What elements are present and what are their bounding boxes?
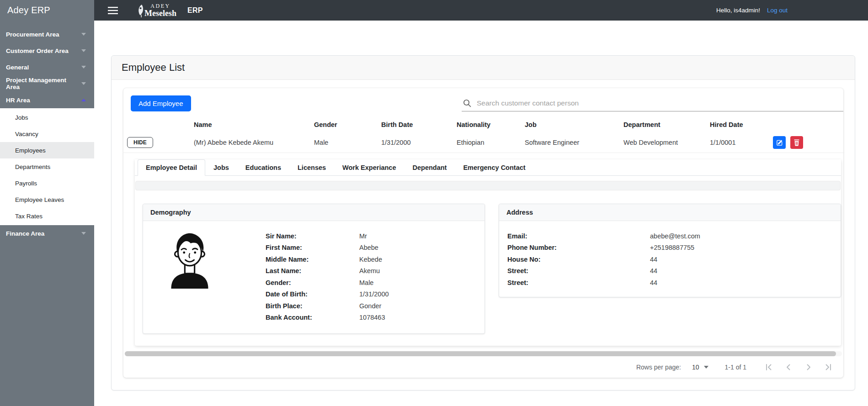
address-card-title: Address (499, 204, 841, 221)
search-box (462, 99, 843, 111)
pagination-range: 1-1 of 1 (725, 364, 746, 371)
edit-employee-button[interactable] (773, 136, 786, 149)
brand-text: ADEY Meselesh (144, 3, 176, 17)
chevron-down-icon (81, 82, 86, 85)
previous-page-button[interactable] (778, 360, 799, 374)
search-input[interactable] (476, 99, 842, 108)
delete-employee-button[interactable] (790, 136, 803, 149)
horizontal-scrollbar-thumb[interactable] (125, 351, 836, 356)
demography-card-body: Sir Name: Mr First Name: Abebe (143, 221, 485, 333)
sidebar-item-finance-area[interactable]: Finance Area (0, 225, 94, 242)
table-toolbar: Add Employee (123, 88, 843, 111)
table-row: HIDE (Mr) Abebe Kebede Akemu Male 1/31/2… (123, 132, 844, 153)
field-gender: Gender: Male (266, 277, 477, 289)
chevron-down-icon (81, 33, 86, 36)
sidebar-item-customer-order-area[interactable]: Customer Order Area (0, 42, 94, 59)
tab-educations[interactable]: Educations (237, 159, 289, 176)
brand-logo: ADEY Meselesh (136, 3, 176, 18)
detail-cards-row: Demography (135, 190, 841, 337)
avatar-box (150, 229, 266, 323)
sidebar-item-departments[interactable]: Departments (0, 158, 94, 175)
card-header: Employee List (112, 56, 855, 80)
hide-details-button[interactable]: HIDE (127, 137, 153, 148)
search-icon (463, 99, 472, 108)
tab-dependant[interactable]: Dependant (405, 159, 455, 176)
sidebar-item-procurement-area[interactable]: Procurement Area (0, 26, 94, 42)
sidebar-item-jobs[interactable]: Jobs (0, 109, 94, 126)
sidebar-item-project-management-area[interactable]: Project Management Area (0, 75, 94, 92)
column-header-job: Job (517, 117, 616, 132)
field-phone-number: Phone Number: +25198887755 (507, 242, 833, 254)
chevron-up-icon (81, 99, 86, 101)
tab-emergency-contact[interactable]: Emergency Contact (455, 159, 533, 176)
demography-card-title: Demography (143, 204, 485, 221)
sidebar: Adey ERP Procurement Area Customer Order… (0, 0, 94, 406)
table-paper: Add Employee (123, 88, 843, 378)
rows-per-page-label: Rows per page: (636, 364, 681, 371)
rows-per-page-select[interactable]: 10 (692, 364, 708, 371)
chevron-right-icon (804, 363, 813, 372)
cell-department: Web Development (616, 132, 703, 153)
column-header-gender: Gender (307, 117, 374, 132)
cell-gender: Male (307, 132, 374, 153)
next-page-button[interactable] (799, 360, 819, 374)
app-name: ERP (187, 6, 203, 15)
sidebar-item-label: Customer Order Area (6, 47, 69, 54)
column-header-birth-date: Birth Date (374, 117, 449, 132)
trash-icon (793, 139, 800, 146)
sidebar-item-label: Procurement Area (6, 31, 59, 38)
sidebar-nav: Procurement Area Customer Order Area Gen… (0, 21, 94, 242)
topbar-user-area: Hello, is4admin! Log out (716, 0, 788, 21)
tab-work-experiance[interactable]: Work Experiance (334, 159, 404, 176)
table-header-row: Name Gender Birth Date Nationality Job D… (123, 117, 844, 132)
first-page-icon (764, 363, 773, 372)
sidebar-item-label: HR Area (6, 97, 30, 104)
field-house-no: House No: 44 (507, 253, 833, 265)
field-sir-name: Sir Name: Mr (266, 230, 477, 242)
sidebar-item-general[interactable]: General (0, 59, 94, 75)
sidebar-item-payrolls[interactable]: Payrolls (0, 175, 94, 191)
employee-table: Name Gender Birth Date Nationality Job D… (123, 117, 844, 153)
pencil-square-icon (776, 139, 783, 146)
rows-per-page-value: 10 (692, 364, 699, 371)
address-card-body: Email: abebe@test.com Phone Number: +251… (499, 221, 841, 297)
sidebar-item-label: Finance Area (6, 230, 44, 237)
hamburger-menu-icon[interactable] (108, 6, 118, 15)
tab-licenses[interactable]: Licenses (289, 159, 334, 176)
logout-link[interactable]: Log out (767, 7, 788, 14)
hr-submenu: Jobs Vacancy Employees Departments Payro… (0, 108, 94, 225)
sidebar-item-vacancy[interactable]: Vacancy (0, 126, 94, 142)
column-header-actions (766, 117, 844, 132)
column-header-hired-date: Hired Date (703, 117, 766, 132)
column-header-department: Department (616, 117, 703, 132)
employee-list-card: Employee List Add Employee (111, 55, 855, 390)
demography-card: Demography (143, 204, 485, 334)
topbar: ADEY Meselesh ERP Hello, is4admin! Log o… (94, 0, 868, 21)
field-first-name: First Name: Abebe (266, 242, 477, 254)
tab-jobs[interactable]: Jobs (205, 159, 237, 176)
tab-employee-detail[interactable]: Employee Detail (138, 159, 205, 176)
page-title: Employee List (122, 62, 845, 74)
avatar (160, 229, 219, 290)
main-content: Employee List Add Employee (94, 21, 868, 406)
first-page-button[interactable] (758, 360, 778, 374)
sidebar-item-employee-leaves[interactable]: Employee Leaves (0, 191, 94, 208)
cell-actions (766, 132, 844, 153)
employee-detail-panel: Employee Detail Jobs Educations Licenses… (135, 159, 841, 346)
chevron-left-icon (784, 363, 793, 372)
sidebar-item-employees[interactable]: Employees (0, 142, 94, 158)
sidebar-item-tax-rates[interactable]: Tax Rates (0, 208, 94, 224)
column-header-nationality: Nationality (449, 117, 517, 132)
field-last-name: Last Name: Akemu (266, 265, 477, 277)
last-page-button[interactable] (819, 360, 839, 374)
add-employee-button[interactable]: Add Employee (131, 95, 191, 111)
address-card: Address Email: abebe@test.com Phone Numb… (499, 204, 841, 297)
card-body: Add Employee (112, 80, 855, 390)
chevron-down-icon (81, 66, 86, 69)
cell-hired-date: 1/1/0001 (703, 132, 766, 153)
sidebar-item-hr-area[interactable]: HR Area (0, 92, 94, 108)
cell-birth-date: 1/31/2000 (374, 132, 449, 153)
field-email: Email: abebe@test.com (507, 230, 833, 242)
brand-name-top: ADEY (144, 3, 176, 9)
cell-expand: HIDE (123, 132, 186, 153)
